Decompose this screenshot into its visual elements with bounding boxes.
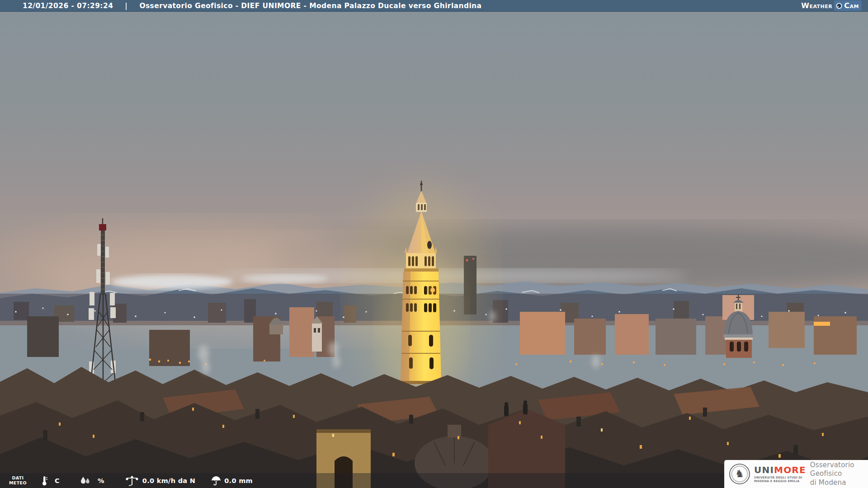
thermometer-icon	[40, 475, 48, 486]
university-subtitle-line1: UNIVERSITÀ DEGLI STUDI DI	[754, 476, 806, 479]
svg-text:♞: ♞	[735, 468, 745, 479]
weathercam-logo[interactable]: Weather Cam	[801, 0, 862, 11]
header-bar: 12/01/2026 - 07:29:24 | Osservatorio Geo…	[0, 0, 868, 12]
observatory-name-line1: Osservatorio Geofisico	[810, 461, 868, 479]
wind-value: 0.0 km/h da N	[142, 477, 195, 484]
weathercam-weather-label: Weather	[801, 1, 832, 10]
unimore-uni: UNI	[754, 465, 774, 475]
weathercam-cam-label: Cam	[844, 1, 859, 10]
observatory-name: Osservatorio Geofisico di Modena	[810, 461, 868, 488]
temperature-unit: C	[55, 477, 60, 484]
humidity-unit: %	[98, 477, 104, 484]
webcam-page: { "header": { "timestamp": "12/01/2026 -…	[0, 0, 868, 488]
unimore-more: MORE	[774, 465, 806, 475]
header-separator: |	[125, 2, 127, 10]
webcam-scene	[0, 0, 868, 488]
umbrella-icon	[211, 475, 222, 486]
anemometer-icon	[125, 475, 139, 486]
unimore-wordmark: UNIMORE UNIVERSITÀ DEGLI STUDI DI MODENA…	[754, 465, 806, 483]
rain-value: 0.0 mm	[224, 477, 253, 484]
observatory-name-line2: di Modena	[810, 479, 868, 488]
knight-on-horseback-seal: ♞	[729, 463, 750, 485]
timestamp: 12/01/2026 - 07:29:24	[23, 2, 113, 10]
page-title: Osservatorio Geofisico - DIEF UNIMORE - …	[139, 2, 481, 10]
water-drops-icon	[80, 476, 91, 486]
university-subtitle-line2: MODENA E REGGIO EMILIA	[754, 479, 806, 483]
weather-bar-label: DATI METEO	[9, 476, 27, 485]
header-info: 12/01/2026 - 07:29:24 | Osservatorio Geo…	[0, 2, 481, 10]
weathercam-badge: Cam	[834, 0, 862, 11]
camera-lens-icon	[836, 3, 842, 9]
unimore-logo-card[interactable]: ♞ UNIMORE UNIVERSITÀ DEGLI STUDI DI MODE…	[724, 460, 868, 488]
